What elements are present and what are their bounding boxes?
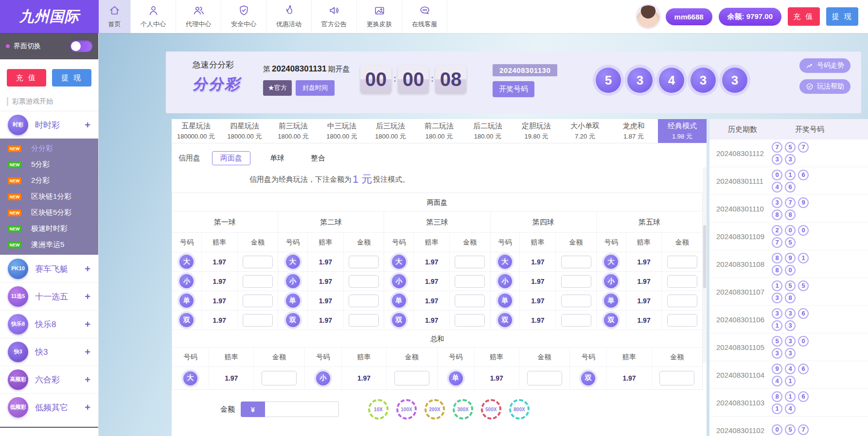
- bet-option-ball[interactable]: 小: [604, 274, 618, 288]
- withdraw-button[interactable]: 提 现: [826, 7, 858, 26]
- total-amount-input[interactable]: [265, 401, 339, 417]
- board-tab[interactable]: 两面盘: [212, 151, 250, 165]
- bet-amount-input[interactable]: [561, 295, 591, 307]
- sidebar-subitem[interactable]: NEW 5分彩: [0, 157, 98, 173]
- avatar[interactable]: [637, 5, 659, 28]
- bet-amount-input[interactable]: [349, 295, 379, 307]
- trend-button[interactable]: 号码走势: [799, 58, 850, 73]
- bet-option-ball[interactable]: 小: [498, 274, 512, 288]
- play-mode-tab[interactable]: 前二玩法 180.00 元: [415, 119, 463, 143]
- bet-amount-input[interactable]: [243, 295, 273, 307]
- bet-amount-input[interactable]: [455, 275, 485, 288]
- bet-option-ball[interactable]: 小: [179, 274, 194, 288]
- recharge-button[interactable]: 充 值: [788, 7, 820, 26]
- official-button[interactable]: ★官方: [263, 80, 292, 96]
- multiplier-chip[interactable]: 100X: [396, 399, 417, 419]
- bet-amount-input[interactable]: [262, 371, 297, 385]
- help-button[interactable]: 玩法帮助: [799, 79, 850, 94]
- nav-item-profile[interactable]: 个人中心: [131, 0, 176, 33]
- bet-option-ball[interactable]: 单: [286, 294, 300, 308]
- bet-option-ball[interactable]: 双: [498, 313, 512, 327]
- bet-option-ball[interactable]: 大: [183, 371, 197, 385]
- draw-numbers-button[interactable]: 开奖号码: [493, 81, 534, 97]
- nav-item-support[interactable]: 在线客服: [402, 0, 447, 33]
- bet-option-ball[interactable]: 小: [286, 274, 300, 288]
- nav-item-announcements[interactable]: 官方公告: [312, 0, 357, 33]
- bet-amount-input[interactable]: [561, 314, 591, 327]
- play-mode-tab[interactable]: 经典模式 1.98 元: [658, 119, 707, 143]
- multiplier-chip[interactable]: 200X: [425, 399, 445, 419]
- multiplier-chip[interactable]: 300X: [453, 399, 473, 419]
- bet-amount-input[interactable]: [667, 295, 697, 307]
- bet-option-ball[interactable]: 小: [316, 371, 330, 385]
- sidebar-item-game[interactable]: 快乐8 快乐8 +: [0, 310, 98, 338]
- play-mode-tab[interactable]: 中三玩法 1800.00 元: [318, 119, 366, 143]
- close-time-button[interactable]: 封盘时间: [296, 80, 335, 96]
- sidebar-item-game[interactable]: 11选5 十一选五 +: [0, 282, 98, 310]
- sidebar-item-shishicai[interactable]: 时彩 时时彩 +: [0, 111, 98, 139]
- bet-option-ball[interactable]: 单: [392, 294, 406, 308]
- sidebar-item-game[interactable]: 快3 快3 +: [0, 338, 98, 366]
- bet-option-ball[interactable]: 双: [392, 313, 406, 327]
- sidebar-subitem[interactable]: NEW 极速时时彩: [0, 221, 98, 237]
- sidebar-item-game[interactable]: PK10 赛车飞艇 +: [0, 255, 98, 282]
- bet-option-ball[interactable]: 大: [604, 255, 618, 269]
- expand-plus-icon[interactable]: +: [85, 291, 90, 302]
- play-mode-tab[interactable]: 四星玩法 18000.00 元: [220, 119, 269, 143]
- expand-plus-icon[interactable]: +: [85, 120, 90, 131]
- sidebar-withdraw-button[interactable]: 提 现: [52, 69, 91, 87]
- sidebar-subitem[interactable]: NEW 区块链1分彩: [0, 189, 98, 205]
- scrollbar-thumb[interactable]: [703, 225, 706, 288]
- bet-option-ball[interactable]: 单: [498, 294, 512, 308]
- bet-amount-input[interactable]: [349, 275, 379, 288]
- nav-item-home[interactable]: 首页: [99, 0, 131, 33]
- bet-option-ball[interactable]: 双: [581, 371, 595, 385]
- sidebar-subitem[interactable]: NEW 2分彩: [0, 173, 98, 189]
- bet-amount-input[interactable]: [667, 256, 697, 268]
- bet-amount-input[interactable]: [455, 256, 485, 268]
- bet-option-ball[interactable]: 双: [604, 313, 618, 327]
- bet-amount-input[interactable]: [561, 275, 591, 288]
- bet-option-ball[interactable]: 大: [179, 255, 194, 269]
- expand-plus-icon[interactable]: +: [85, 347, 90, 358]
- nav-item-promotions[interactable]: 优惠活动: [266, 0, 312, 33]
- expand-plus-icon[interactable]: +: [85, 402, 90, 413]
- bet-amount-input[interactable]: [659, 371, 694, 385]
- bet-amount-input[interactable]: [667, 275, 697, 288]
- bet-amount-input[interactable]: [394, 371, 429, 385]
- bet-option-ball[interactable]: 双: [179, 313, 194, 327]
- multiplier-chip[interactable]: 800X: [509, 399, 530, 419]
- bet-amount-input[interactable]: [527, 371, 562, 385]
- bet-amount-input[interactable]: [561, 256, 591, 268]
- nav-item-skin[interactable]: 更换皮肤: [357, 0, 402, 33]
- bet-amount-input[interactable]: [455, 314, 485, 327]
- expand-plus-icon[interactable]: +: [85, 319, 90, 330]
- bet-option-ball[interactable]: 大: [498, 255, 512, 269]
- multiplier-chip[interactable]: 500X: [481, 399, 501, 419]
- bet-amount-input[interactable]: [243, 275, 273, 288]
- multiplier-chip[interactable]: 10X: [368, 399, 389, 419]
- bet-option-ball[interactable]: 单: [449, 371, 463, 385]
- bet-amount-input[interactable]: [349, 256, 379, 268]
- sidebar-subitem[interactable]: NEW 澳洲幸运5: [0, 237, 98, 253]
- bet-option-ball[interactable]: 大: [392, 255, 406, 269]
- username-badge[interactable]: mm6688: [666, 8, 712, 25]
- board-tab[interactable]: 整合: [304, 151, 332, 165]
- sidebar-item-game[interactable]: 高频彩 六合彩 +: [0, 366, 98, 393]
- interface-toggle[interactable]: [70, 40, 92, 52]
- board-tab[interactable]: 单球: [263, 151, 291, 165]
- sidebar-item-game[interactable]: 低频彩 低频其它 +: [0, 393, 98, 421]
- play-mode-tab[interactable]: 前三玩法 1800.00 元: [269, 119, 318, 143]
- bet-option-ball[interactable]: 小: [392, 274, 406, 288]
- expand-plus-icon[interactable]: +: [85, 263, 90, 275]
- bet-amount-input[interactable]: [455, 295, 485, 307]
- bet-option-ball[interactable]: 双: [286, 313, 300, 327]
- expand-plus-icon[interactable]: +: [85, 374, 90, 385]
- play-mode-tab[interactable]: 定胆玩法 19.80 元: [512, 119, 561, 143]
- bet-option-ball[interactable]: 大: [286, 255, 300, 269]
- bet-amount-input[interactable]: [667, 314, 697, 327]
- balance-badge[interactable]: 余额: 9797.00: [719, 8, 781, 26]
- sidebar-subitem[interactable]: NEW 区块链5分彩: [0, 205, 98, 221]
- nav-item-agent[interactable]: 代理中心: [176, 0, 221, 33]
- sidebar-recharge-button[interactable]: 充 值: [7, 69, 46, 87]
